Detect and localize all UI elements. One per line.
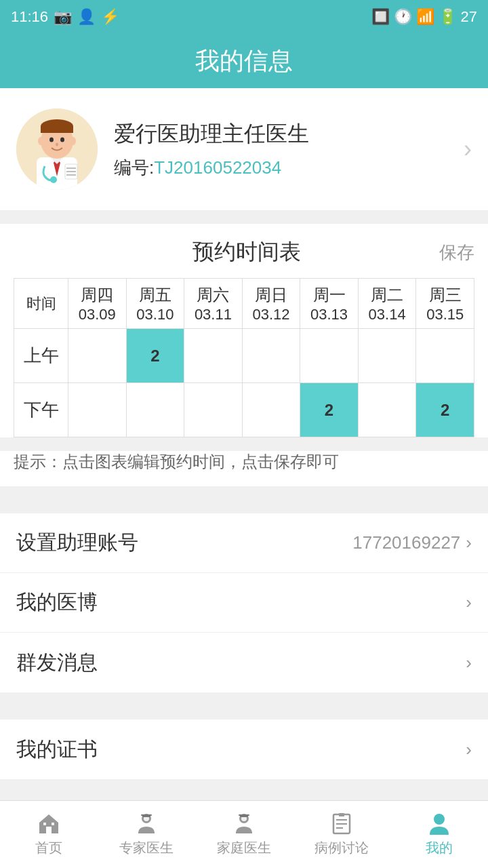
cell-pm-tue[interactable]	[358, 383, 416, 437]
menu-section-1: 设置助理账号 17720169227 › 我的医博 › 群发消息 ›	[0, 513, 488, 692]
svg-point-8	[49, 138, 54, 142]
svg-rect-26	[239, 814, 249, 816]
nav-item-expert[interactable]: 专家医生	[98, 801, 195, 868]
table-header-row: 时间 周四 03.09 周五 03.10 周六 03.11 周日 03.12	[14, 279, 474, 329]
divider-1	[0, 210, 488, 224]
menu-item-yibo-right: ›	[466, 592, 472, 613]
menu-item-broadcast-label: 群发消息	[16, 649, 98, 677]
nav-label-family: 家庭医生	[217, 839, 271, 857]
menu-item-cert[interactable]: 我的证书 ›	[0, 719, 488, 779]
svg-rect-18	[52, 823, 54, 825]
cert-chevron-icon: ›	[466, 739, 472, 760]
col-header-mon[interactable]: 周一 03.13	[300, 279, 359, 329]
divider-3	[0, 692, 488, 706]
battery-value: 27	[461, 8, 477, 26]
nav-label-mine: 我的	[426, 839, 453, 857]
nav-item-home[interactable]: 首页	[0, 801, 98, 868]
sim-icon: 🔲	[371, 8, 390, 26]
table-row-morning: 上午 2	[14, 329, 474, 383]
yibo-chevron-icon: ›	[466, 592, 472, 613]
menu-item-yibo[interactable]: 我的医博 ›	[0, 573, 488, 633]
cases-icon	[329, 812, 354, 836]
profile-name: 爱行医助理主任医生	[114, 119, 464, 149]
mine-icon	[427, 812, 451, 836]
schedule-header: 预约时间表 保存	[14, 237, 474, 267]
assistant-value: 17720169227	[352, 532, 460, 553]
schedule-section: 预约时间表 保存 时间 周四 03.09 周五 03.10 周六 03.11	[0, 224, 488, 437]
svg-rect-22	[141, 814, 152, 816]
nav-item-cases[interactable]: 病例讨论	[293, 801, 390, 868]
assistant-chevron-icon: ›	[466, 532, 472, 553]
col-header-fri[interactable]: 周五 03.10	[126, 279, 184, 329]
menu-item-cert-right: ›	[466, 739, 472, 760]
status-right: 🔲 🕐 📶 🔋 27	[371, 8, 477, 26]
cell-pm-mon[interactable]: 2	[300, 383, 359, 437]
status-time: 11:16	[11, 8, 48, 26]
col-header-thu[interactable]: 周四 03.09	[68, 279, 127, 329]
status-bar: 11:16 📷 👤 ⚡ 🔲 🕐 📶 🔋 27	[0, 0, 488, 34]
nav-item-family[interactable]: 家庭医生	[195, 801, 293, 868]
cell-pm-thu[interactable]	[68, 383, 127, 437]
table-row-afternoon: 下午 2 2	[14, 383, 474, 437]
menu-item-assistant-label: 设置助理账号	[16, 529, 138, 557]
profile-info: 爱行医助理主任医生 编号:TJ20160522034	[98, 119, 464, 180]
status-left: 11:16 📷 👤 ⚡	[11, 8, 119, 26]
cell-am-fri[interactable]: 2	[126, 329, 184, 383]
cell-am-sat[interactable]	[184, 329, 243, 383]
profile-id-label: 编号:	[114, 157, 154, 178]
cell-pm-wed[interactable]: 2	[416, 383, 474, 437]
svg-rect-7	[41, 126, 73, 133]
usb-icon: ⚡	[101, 8, 119, 26]
family-doctor-icon	[232, 812, 256, 836]
profile-id: 编号:TJ20160522034	[114, 156, 464, 180]
home-icon	[37, 812, 61, 836]
cell-am-sun[interactable]	[242, 329, 300, 383]
expert-doctor-icon	[134, 812, 159, 836]
page-header: 我的信息	[0, 34, 488, 88]
clock-icon: 🕐	[394, 8, 412, 26]
cell-am-thu[interactable]	[68, 329, 127, 383]
menu-item-assistant[interactable]: 设置助理账号 17720169227 ›	[0, 513, 488, 573]
col-header-wed[interactable]: 周三 03.15	[416, 279, 474, 329]
profile-chevron-icon: ›	[464, 135, 472, 163]
schedule-table: 时间 周四 03.09 周五 03.10 周六 03.11 周日 03.12	[14, 278, 474, 437]
col-header-sun[interactable]: 周日 03.12	[242, 279, 300, 329]
cell-pm-sat[interactable]	[184, 383, 243, 437]
svg-point-10	[56, 143, 58, 146]
signal-icon: 📶	[416, 8, 434, 26]
menu-item-cert-label: 我的证书	[16, 736, 98, 764]
svg-rect-17	[43, 823, 46, 825]
svg-point-12	[70, 137, 76, 145]
person-icon: 👤	[77, 8, 96, 26]
cell-am-wed[interactable]	[416, 329, 474, 383]
col-header-sat[interactable]: 周六 03.11	[184, 279, 243, 329]
col-header-time: 时间	[14, 279, 68, 329]
save-button[interactable]: 保存	[439, 241, 474, 264]
menu-item-yibo-label: 我的医博	[16, 589, 98, 616]
doctor-avatar-svg	[16, 108, 98, 190]
svg-point-11	[38, 137, 43, 145]
svg-point-32	[434, 814, 445, 825]
cell-am-tue[interactable]	[358, 329, 416, 383]
svg-rect-31	[339, 813, 344, 816]
svg-point-4	[50, 176, 57, 183]
profile-section[interactable]: 爱行医助理主任医生 编号:TJ20160522034 ›	[0, 88, 488, 210]
row-label-afternoon: 下午	[14, 383, 68, 437]
nav-item-mine[interactable]: 我的	[390, 801, 488, 868]
broadcast-chevron-icon: ›	[466, 652, 472, 673]
col-header-tue[interactable]: 周二 03.14	[358, 279, 416, 329]
divider-2	[0, 486, 488, 500]
battery-icon: 🔋	[439, 8, 457, 26]
cell-pm-sun[interactable]	[242, 383, 300, 437]
cell-pm-fri[interactable]	[126, 383, 184, 437]
menu-item-broadcast[interactable]: 群发消息 ›	[0, 633, 488, 692]
nav-label-expert: 专家医生	[119, 839, 174, 857]
cell-am-mon[interactable]	[300, 329, 359, 383]
cert-section: 我的证书 ›	[0, 719, 488, 779]
bottom-nav: 首页 专家医生 家庭医生 病例讨论	[0, 800, 488, 868]
svg-point-9	[60, 138, 64, 142]
schedule-title: 预约时间表	[54, 237, 439, 267]
page-title: 我的信息	[195, 45, 293, 78]
menu-item-broadcast-right: ›	[466, 652, 472, 673]
row-label-morning: 上午	[14, 329, 68, 383]
